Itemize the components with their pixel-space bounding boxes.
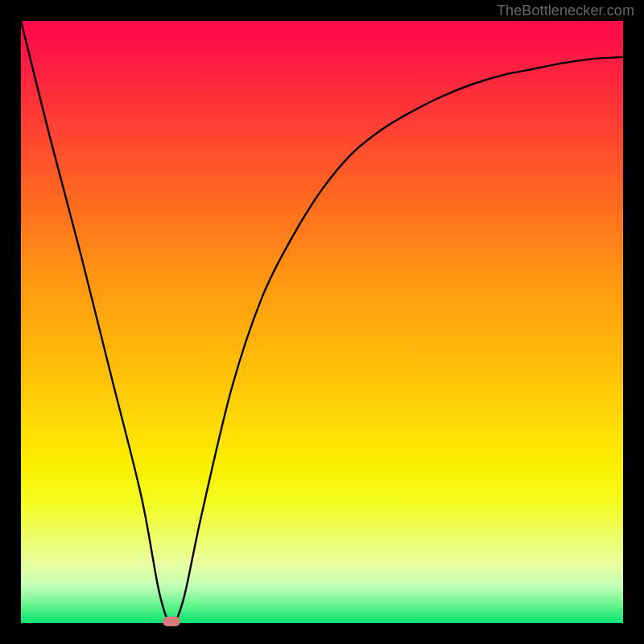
curve-layer [21,21,623,623]
watermark-label: TheBottlenecker.com [497,2,634,19]
chart-frame: TheBottlenecker.com [0,0,644,644]
optimal-marker [163,617,180,626]
plot-area [21,21,623,623]
bottleneck-curve [21,21,623,623]
